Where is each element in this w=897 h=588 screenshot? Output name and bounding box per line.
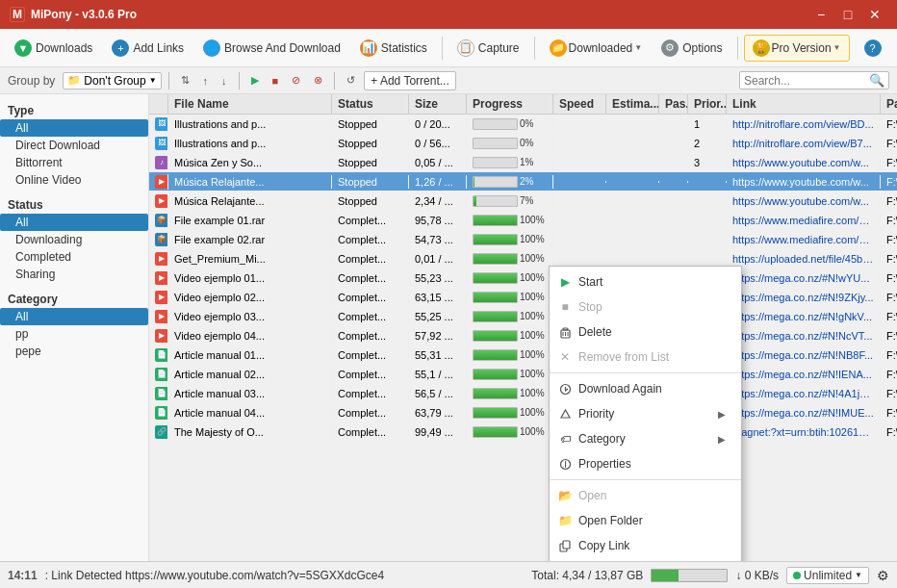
ctx-open-folder-icon: 📁 (557, 513, 573, 528)
col-header-name[interactable]: File Name (168, 94, 332, 114)
stop2-button[interactable]: ⊘ (287, 72, 305, 89)
table-row[interactable]: 🔗 The Majesty of O... Complet... 99,49 .… (149, 422, 897, 442)
row-estim (606, 181, 659, 183)
row-progress: 100% (467, 425, 553, 439)
pro-version-button[interactable]: 🏆 Pro Version ▼ (744, 35, 850, 62)
main-toolbar: ▼ Downloads + Add Links 🌐 Browse And Dow… (0, 29, 897, 67)
search-icon[interactable]: 🔍 (869, 73, 884, 88)
row-size: 54,73 ... (409, 233, 467, 246)
col-header-estim[interactable]: Estima... (606, 94, 659, 114)
ctx-open[interactable]: 📂 Open (550, 483, 741, 508)
ctx-delete[interactable]: Delete (550, 320, 741, 345)
ctx-download-again[interactable]: Download Again (550, 376, 741, 401)
add-torrent-button[interactable]: + Add Torrent... (364, 71, 456, 90)
stop-button[interactable]: ■ (268, 73, 284, 89)
sidebar-item-all-status[interactable]: All (0, 214, 148, 231)
row-status: Complet... (332, 425, 409, 439)
statistics-button[interactable]: 📊 Statistics (351, 35, 436, 62)
ctx-remove-icon: ✕ (557, 349, 573, 365)
downloads-button[interactable]: ▼ Downloads (6, 35, 101, 62)
sidebar-item-direct[interactable]: Direct Download (0, 137, 148, 154)
sidebar-item-downloading[interactable]: Downloading (0, 231, 148, 248)
col-header-link[interactable]: Link (727, 94, 881, 114)
sidebar-item-completed[interactable]: Completed (0, 248, 148, 266)
col-header-icon[interactable] (149, 94, 168, 114)
status-settings-icon[interactable]: ⚙ (877, 568, 889, 583)
sidebar-item-all-cat[interactable]: All (0, 308, 148, 325)
row-size: 55,25 ... (409, 310, 467, 323)
minimize-button[interactable]: − (808, 5, 833, 24)
ctx-start[interactable]: ▶ Start (550, 269, 741, 294)
ctx-properties-icon: i (557, 456, 573, 472)
ctx-remove-list[interactable]: ✕ Remove from List (550, 345, 741, 370)
col-header-size[interactable]: Size (409, 94, 467, 114)
table-row[interactable]: ▶ Video ejemplo 01... Complet... 55,23 .… (149, 268, 897, 288)
close-button[interactable]: ✕ (862, 5, 887, 24)
browse-download-button[interactable]: 🌐 Browse And Download (194, 35, 349, 62)
row-progress: 100% (467, 271, 553, 285)
sidebar-item-pp[interactable]: pp (0, 325, 148, 343)
table-row[interactable]: 📄 Article manual 02... Complet... 55,1 /… (149, 365, 897, 384)
ctx-category[interactable]: 🏷 Category ▶ (550, 426, 741, 451)
table-row[interactable]: ♪ Música Zen y So... Stopped 0,05 / ... … (149, 153, 897, 172)
row-pass (659, 258, 688, 260)
table-row[interactable]: 📦 File example 01.rar Complet... 95,78 .… (149, 211, 897, 230)
groupby-select[interactable]: 📁 Don't Group ▼ (63, 72, 161, 89)
table-row[interactable]: 📄 Article manual 03... Complet... 56,5 /… (149, 384, 897, 403)
col-header-speed[interactable]: Speed (553, 94, 606, 114)
ctx-copy-link[interactable]: Copy Link (550, 533, 741, 558)
sort-desc-button[interactable]: ↓ (217, 73, 232, 89)
status-unlimited-button[interactable]: Unlimited ▼ (786, 567, 869, 584)
row-size: 55,1 / ... (409, 368, 467, 381)
row-icon-cell: 📦 (149, 232, 168, 247)
capture-button[interactable]: 📋 Capture (448, 35, 528, 62)
sidebar-item-pepe[interactable]: pepe (0, 343, 148, 360)
search-input[interactable] (744, 74, 869, 88)
table-row[interactable]: ▶ Video ejemplo 02... Complet... 63,15 .… (149, 288, 897, 307)
col-header-prior[interactable]: Prior... (688, 94, 727, 114)
col-header-status[interactable]: Status (332, 94, 409, 114)
row-link: magnet:?xt=urn:btih:10261b7... (727, 425, 881, 439)
ctx-stop[interactable]: ■ Stop (550, 294, 741, 320)
add-links-button[interactable]: + Add Links (103, 35, 192, 62)
table-row[interactable]: ▶ Música Relajante... Stopped 1,26 / ...… (149, 172, 897, 192)
secondary-toolbar: Group by 📁 Don't Group ▼ ⇅ ↑ ↓ ▶ ■ ⊘ ⊗ ↺… (0, 67, 897, 94)
table-row[interactable]: 🖼 Illustrations and p... Stopped 0 / 20.… (149, 115, 897, 134)
sort-asc-button[interactable]: ↑ (198, 73, 214, 89)
table-row[interactable]: 📄 Article manual 01... Complet... 55,31 … (149, 345, 897, 365)
maximize-button[interactable]: □ (835, 5, 860, 24)
ctx-properties[interactable]: i Properties (550, 451, 741, 476)
play-button[interactable]: ▶ (246, 72, 264, 89)
row-icon-cell: ♪ (149, 155, 168, 170)
table-row[interactable]: 📦 File example 02.rar Complet... 54,73 .… (149, 230, 897, 249)
table-row[interactable]: ▶ Video ejemplo 03... Complet... 55,25 .… (149, 307, 897, 326)
ctx-priority-arrow: ▶ (718, 409, 726, 420)
table-row[interactable]: 📄 Article manual 04... Complet... 63,79 … (149, 403, 897, 422)
table-row[interactable]: ▶ Get_Premium_Mi... Complet... 0,01 / ..… (149, 249, 897, 268)
options-button[interactable]: ⚙ Options (653, 35, 730, 62)
sidebar-item-sharing[interactable]: Sharing (0, 266, 148, 283)
table-row[interactable]: 🖼 Illustrations and p... Stopped 0 / 56.… (149, 134, 897, 153)
table-row[interactable]: ▶ Música Relajante... Stopped 2,34 / ...… (149, 192, 897, 211)
stop3-button[interactable]: ⊗ (309, 72, 327, 89)
sort-az-button[interactable]: ⇅ (176, 72, 194, 89)
ctx-open-folder[interactable]: 📁 Open Folder (550, 508, 741, 533)
row-speed (553, 162, 606, 164)
col-header-pass[interactable]: Pas... (659, 94, 688, 114)
help-button[interactable]: ? (856, 35, 890, 62)
row-progress: 100% (467, 291, 553, 304)
refresh-button[interactable]: ↺ (342, 72, 360, 89)
col-header-path[interactable]: Path (881, 94, 897, 114)
table-row[interactable]: ▶ Video ejemplo 04... Complet... 57,92 .… (149, 326, 897, 345)
ctx-priority[interactable]: Priority ▶ (550, 401, 741, 426)
col-header-progress[interactable]: Progress (467, 94, 553, 114)
ctx-div1 (550, 372, 741, 373)
sidebar-item-online-video[interactable]: Online Video (0, 171, 148, 189)
row-name: Illustrations and p... (168, 137, 332, 150)
downloaded-button[interactable]: 📁 Downloaded ▼ (541, 35, 652, 62)
row-size: 99,49 ... (409, 425, 467, 439)
sidebar-item-all-type[interactable]: All (0, 119, 148, 137)
row-pass (659, 181, 688, 183)
statusbar: 14:11 : Link Detected https://www.youtub… (0, 561, 897, 588)
sidebar-item-bittorrent[interactable]: Bittorrent (0, 154, 148, 171)
